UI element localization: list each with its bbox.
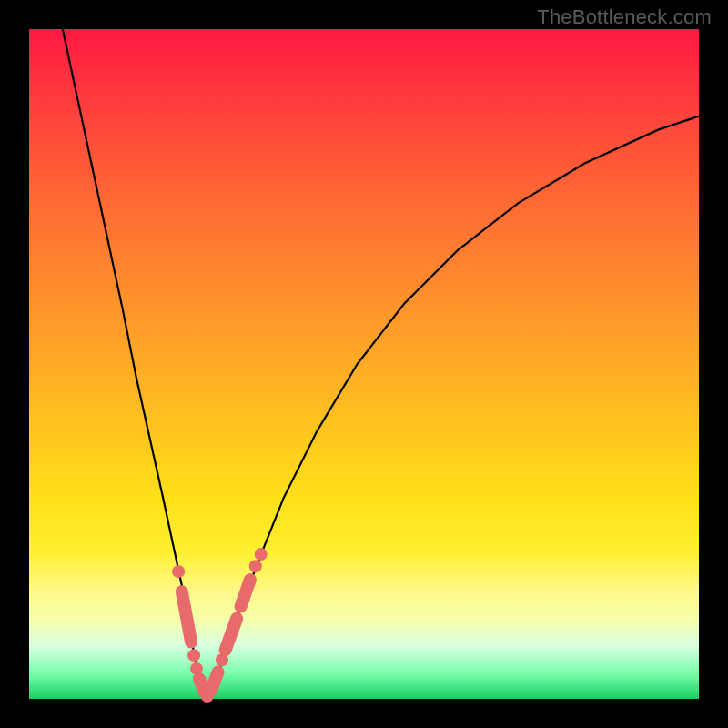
marker-segment — [226, 619, 238, 651]
marker-dot — [187, 649, 200, 662]
curve-layer — [29, 29, 699, 699]
marker-dot — [249, 560, 262, 572]
marker-segment — [241, 580, 250, 606]
chart-stage: TheBottleneck.com — [0, 0, 728, 728]
marker-dot — [255, 548, 268, 561]
plot-area — [29, 29, 699, 699]
marker-segment — [199, 679, 205, 693]
marker-segment — [182, 592, 191, 642]
watermark-text: TheBottleneck.com — [537, 5, 712, 29]
marker-dot — [172, 565, 185, 578]
marker-segment — [211, 672, 217, 691]
curve-right-branch — [207, 116, 699, 697]
